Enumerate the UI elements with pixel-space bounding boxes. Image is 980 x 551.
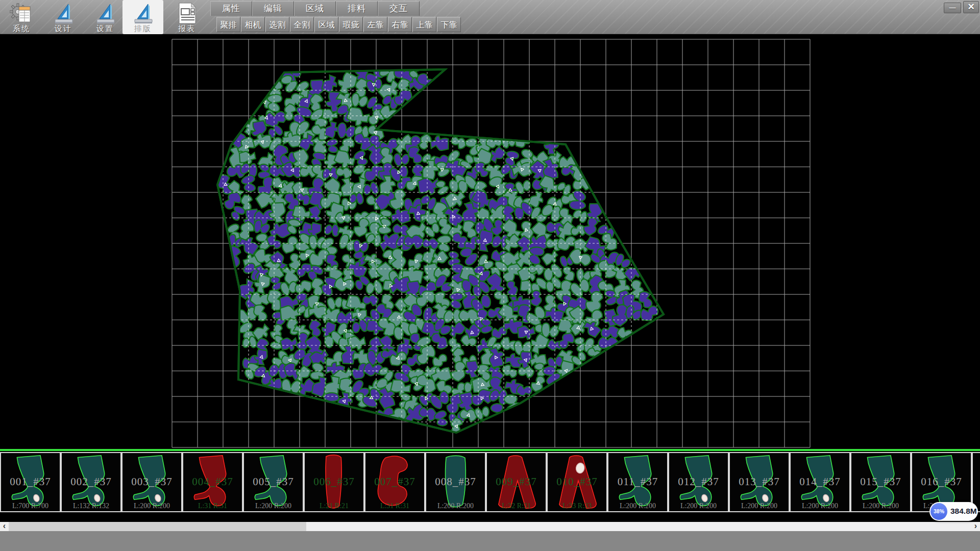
- progress-badge: 38%: [930, 503, 947, 520]
- mode-button-1[interactable]: 系统: [1, 0, 42, 34]
- menu-tab-1[interactable]: 属性: [210, 1, 252, 16]
- piece-id-label: 016_#37: [912, 475, 971, 488]
- tool-button-1[interactable]: 聚排: [216, 17, 240, 32]
- tool-button-7[interactable]: 左靠: [363, 17, 387, 32]
- nesting-canvas[interactable]: [0, 34, 980, 449]
- status-bar: [0, 531, 980, 551]
- design-ruler-icon: [52, 2, 75, 25]
- piece-count-label: L:200 R:200: [669, 502, 728, 510]
- main-toolbar: 系统 设计 设置 排版 报表 属性编辑区域排料交互 聚排相机选割全割区域瑕疵左靠…: [0, 0, 980, 34]
- report-doc-icon: [175, 2, 199, 25]
- piece-thumbnail[interactable]: 002_#37 L:132 R:132: [61, 452, 121, 512]
- settings-ruler-icon: [93, 2, 117, 25]
- piece-id-label: 017_#37: [973, 475, 980, 488]
- mode-button-4[interactable]: 排版: [122, 0, 163, 34]
- piece-count-label: L:200 R:200: [851, 502, 910, 510]
- scroll-left-button[interactable]: ‹: [0, 522, 9, 531]
- layout-ruler-icon: [131, 2, 155, 25]
- tool-button-8[interactable]: 右靠: [388, 17, 412, 32]
- piece-count-label: L:132 R:132: [62, 502, 120, 510]
- piece-id-label: 007_#37: [365, 475, 424, 488]
- scrollbar-thumb[interactable]: [306, 522, 971, 531]
- tool-button-4[interactable]: 全割: [290, 17, 314, 32]
- piece-thumbnail-strip: 001_#37 L:700 R:700 002_#37 L:132 R:132 …: [0, 449, 980, 522]
- piece-id-label: 002_#37: [62, 475, 120, 488]
- tool-button-2[interactable]: 相机: [241, 17, 265, 32]
- minimize-button[interactable]: —: [944, 3, 961, 13]
- piece-thumbnail[interactable]: 011_#37 L:200 R:200: [607, 452, 668, 512]
- menu-tab-3[interactable]: 区域: [294, 1, 336, 16]
- piece-count-label: L:700 R:700: [1, 502, 60, 510]
- piece-thumbnail[interactable]: 008_#37 L:200 R:200: [425, 452, 486, 512]
- piece-count-label: L:31 R:31: [365, 502, 424, 510]
- piece-id-label: 008_#37: [426, 475, 485, 488]
- piece-thumbnail[interactable]: 004_#37 L:31 R:31: [182, 452, 243, 512]
- mode-button-2[interactable]: 设计: [43, 0, 84, 34]
- piece-thumbnail[interactable]: 001_#37 L:700 R:700: [0, 452, 61, 512]
- piece-thumbnail-cells: 001_#37 L:700 R:700 002_#37 L:132 R:132 …: [0, 452, 980, 512]
- piece-thumbnail[interactable]: 010_#37 L:33 R:33: [547, 452, 607, 512]
- tool-button-10[interactable]: 下靠: [437, 17, 461, 32]
- piece-thumbnail[interactable]: 009_#37 L:32 R:31: [486, 452, 547, 512]
- piece-thumbnail[interactable]: 003_#37 L:200 R:200: [121, 452, 182, 512]
- piece-count-label: L:33 R:33: [548, 502, 606, 510]
- piece-id-label: 004_#37: [183, 475, 242, 488]
- piece-id-label: 014_#37: [791, 475, 849, 488]
- mode-button-label: 设置: [85, 24, 126, 34]
- scroll-right-button[interactable]: ›: [971, 522, 980, 531]
- piece-id-label: 003_#37: [122, 475, 181, 488]
- piece-thumbnail[interactable]: 012_#37 L:200 R:200: [668, 452, 729, 512]
- piece-count-label: L:32 R:31: [487, 502, 546, 510]
- piece-count-label: L:200 R:200: [244, 502, 303, 510]
- sheet: [19, 7, 30, 22]
- mode-button-label: 设计: [43, 24, 84, 34]
- system-gear-icon: [10, 2, 33, 25]
- piece-count-label: L:200 R:200: [426, 502, 485, 510]
- menu-tab-5[interactable]: 交互: [378, 1, 420, 16]
- piece-id-label: 015_#37: [851, 475, 910, 488]
- tool-button-3[interactable]: 选割: [265, 17, 289, 32]
- piece-count-label: L:200 R:200: [730, 502, 789, 510]
- tool-button-9[interactable]: 上靠: [412, 17, 436, 32]
- piece-thumbnail[interactable]: 014_#37 L:200 R:200: [790, 452, 850, 512]
- mode-button-5[interactable]: 报表: [166, 0, 207, 34]
- piece-id-label: 001_#37: [1, 475, 60, 488]
- piece-thumbnail[interactable]: 013_#37 L:200 R:200: [729, 452, 790, 512]
- close-button[interactable]: ✕: [963, 1, 979, 13]
- piece-thumbnail[interactable]: 005_#37 L:200 R:200: [243, 452, 304, 512]
- menu-tab-4[interactable]: 排料: [336, 1, 378, 16]
- piece-id-label: 005_#37: [244, 475, 303, 488]
- strip-top-border: [0, 449, 980, 451]
- piece-thumbnail[interactable]: 007_#37 L:31 R:31: [364, 452, 425, 512]
- tool-button-bar: 聚排相机选割全割区域瑕疵左靠右靠上靠下靠: [216, 17, 461, 33]
- piece-count-label: L:21 R:21: [305, 502, 363, 510]
- mode-button-label: 排版: [122, 24, 163, 34]
- mode-button-label: 报表: [166, 24, 207, 34]
- piece-count-label: L:200 R:200: [791, 502, 849, 510]
- memory-status-pill: 38% 384.8M: [929, 502, 978, 521]
- piece-id-label: 013_#37: [730, 475, 789, 488]
- tool-button-5[interactable]: 区域: [314, 17, 338, 32]
- memory-usage-label: 384.8M: [950, 507, 977, 516]
- piece-count-label: L:200 R:200: [608, 502, 667, 510]
- mode-button-3[interactable]: 设置: [85, 0, 126, 34]
- nesting-canvas-svg: [0, 34, 980, 449]
- tool-button-6[interactable]: 瑕疵: [339, 17, 363, 32]
- menu-tab-2[interactable]: 编辑: [252, 1, 294, 16]
- piece-thumbnail[interactable]: 006_#37 L:21 R:21: [304, 452, 364, 512]
- piece-id-label: 006_#37: [305, 475, 363, 488]
- piece-id-label: 011_#37: [608, 475, 667, 488]
- horizontal-scrollbar[interactable]: ‹ ›: [0, 522, 980, 531]
- piece-count-label: L:31 R:31: [183, 502, 242, 510]
- mode-button-label: 系统: [1, 24, 42, 34]
- piece-count-label: L:200 R:200: [122, 502, 181, 510]
- menu-tab-bar: 属性编辑区域排料交互: [210, 1, 420, 16]
- piece-id-label: 009_#37: [487, 475, 546, 488]
- piece-id-label: 012_#37: [669, 475, 728, 488]
- application-window: 系统 设计 设置 排版 报表 属性编辑区域排料交互 聚排相机选割全割区域瑕疵左靠…: [0, 0, 980, 551]
- piece-thumbnail[interactable]: 015_#37 L:200 R:200: [850, 452, 911, 512]
- piece-id-label: 010_#37: [548, 475, 606, 488]
